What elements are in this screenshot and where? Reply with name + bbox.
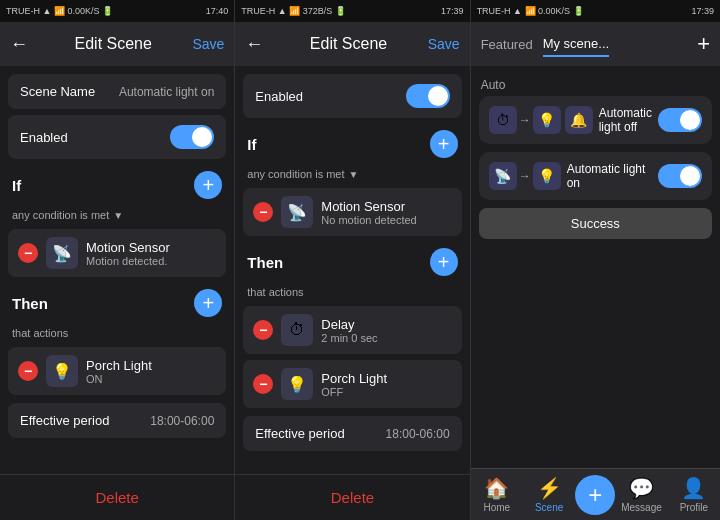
mid-back-button[interactable]: ← (245, 34, 269, 55)
left-motion-sensor-row: − 📡 Motion Sensor Motion detected. (8, 229, 226, 277)
mid-if-section: If + (243, 124, 461, 160)
mid-panel: TRUE-H ▲ 📶 372B/S 🔋 17:39 ← Edit Scene S… (235, 0, 470, 520)
left-status-left: TRUE-H ▲ 📶 0.00K/S 🔋 (6, 6, 113, 16)
left-then-sub: that actions (8, 325, 226, 341)
left-if-add-button[interactable]: + (194, 171, 222, 199)
mid-then-add-button[interactable]: + (430, 248, 458, 276)
right-add-button[interactable]: + (697, 31, 710, 57)
mid-motion-sensor-row: − 📡 Motion Sensor No motion detected (243, 188, 461, 236)
mid-porch-status: OFF (321, 386, 451, 398)
left-then-add-button[interactable]: + (194, 289, 222, 317)
scene2-trigger-icon: 📡 (489, 162, 517, 190)
scene1-action-icon: 💡 (533, 106, 561, 134)
left-then-section: Then + (8, 283, 226, 319)
mid-effective-label: Effective period (255, 426, 344, 441)
nav-scene-label: Scene (535, 502, 563, 513)
mid-delete-button[interactable]: Delete (235, 474, 469, 520)
scene-name-value: Automatic light on (119, 85, 214, 99)
scene1-arrow: → (519, 113, 531, 127)
tab-my-scenes[interactable]: My scene... (543, 32, 609, 57)
home-icon: 🏠 (484, 476, 509, 500)
nav-home[interactable]: 🏠 Home (471, 476, 523, 513)
nav-scene[interactable]: ⚡ Scene (523, 476, 575, 513)
mid-if-label: If (247, 136, 256, 153)
mid-motion-remove-button[interactable]: − (253, 202, 273, 222)
left-porch-icon: 💡 (46, 355, 78, 387)
mid-then-sub: that actions (243, 284, 461, 300)
tab-featured[interactable]: Featured (481, 33, 533, 56)
left-effective-label: Effective period (20, 413, 109, 428)
category-label: Auto (479, 74, 712, 96)
scene1-icon-chain: ⏱ → 💡 🔔 (489, 106, 593, 134)
mid-if-add-button[interactable]: + (430, 130, 458, 158)
scene-item-2[interactable]: 📡 → 💡 Automatic light on (479, 152, 712, 200)
left-motion-name: Motion Sensor (86, 240, 216, 255)
left-enabled-row: Enabled (8, 115, 226, 159)
left-status-time: 17:40 (206, 6, 229, 16)
mid-status-time: 17:39 (441, 6, 464, 16)
success-toast: Success (479, 208, 712, 239)
nav-message[interactable]: 💬 Message (615, 476, 667, 513)
scene1-name: Automatic light off (599, 106, 652, 134)
mid-delay-name: Delay (321, 317, 451, 332)
mid-effective-row[interactable]: Effective period 18:00-06:00 (243, 416, 461, 451)
mid-delay-icon: ⏱ (281, 314, 313, 346)
mid-effective-value: 18:00-06:00 (386, 427, 450, 441)
left-delete-button[interactable]: Delete (0, 474, 234, 520)
scene-item-1[interactable]: ⏱ → 💡 🔔 Automatic light off (479, 96, 712, 144)
scene1-trigger-icon: ⏱ (489, 106, 517, 134)
scene1-action2-icon: 🔔 (565, 106, 593, 134)
right-content-area: Auto ⏱ → 💡 🔔 Automatic light off 📡 → (471, 66, 720, 468)
left-if-section: If + (8, 165, 226, 201)
mid-then-label: Then (247, 254, 283, 271)
left-top-bar: ← Edit Scene Save (0, 22, 234, 66)
right-panel: TRUE-H ▲ 📶 0.00K/S 🔋 17:39 Featured My s… (471, 0, 720, 520)
scene2-toggle[interactable] (658, 164, 702, 188)
mid-enabled-label: Enabled (255, 89, 303, 104)
mid-title: Edit Scene (277, 35, 419, 53)
mid-porch-remove-button[interactable]: − (253, 374, 273, 394)
scene2-action-icon: 💡 (533, 162, 561, 190)
mid-delay-remove-button[interactable]: − (253, 320, 273, 340)
mid-status-left: TRUE-H ▲ 📶 372B/S 🔋 (241, 6, 345, 16)
nav-profile[interactable]: 👤 Profile (668, 476, 720, 513)
mid-enabled-toggle[interactable] (406, 84, 450, 108)
scene-icon: ⚡ (537, 476, 562, 500)
mid-delay-status: 2 min 0 sec (321, 332, 451, 344)
left-scroll-area: Scene Name Automatic light on Enabled If… (0, 66, 234, 474)
mid-if-sub: any condition is met ▼ (243, 166, 461, 182)
bottom-nav: 🏠 Home ⚡ Scene + 💬 Message 👤 Profile (471, 468, 720, 520)
scene2-arrow: → (519, 169, 531, 183)
left-back-button[interactable]: ← (10, 34, 34, 55)
mid-motion-icon: 📡 (281, 196, 313, 228)
mid-scroll-area: Enabled If + any condition is met ▼ − 📡 … (235, 66, 469, 474)
scene1-toggle[interactable] (658, 108, 702, 132)
left-save-button[interactable]: Save (192, 36, 224, 52)
scene2-icon-chain: 📡 → 💡 (489, 162, 561, 190)
mid-save-button[interactable]: Save (428, 36, 460, 52)
left-effective-row[interactable]: Effective period 18:00-06:00 (8, 403, 226, 438)
nav-add-button[interactable]: + (575, 475, 615, 515)
left-enabled-label: Enabled (20, 130, 68, 145)
message-icon: 💬 (629, 476, 654, 500)
left-then-label: Then (12, 295, 48, 312)
left-motion-remove-button[interactable]: − (18, 243, 38, 263)
right-status-left: TRUE-H ▲ 📶 0.00K/S 🔋 (477, 6, 584, 16)
left-if-chevron: ▼ (113, 210, 123, 221)
left-porch-remove-button[interactable]: − (18, 361, 38, 381)
mid-enabled-row: Enabled (243, 74, 461, 118)
mid-then-section: Then + (243, 242, 461, 278)
mid-top-bar: ← Edit Scene Save (235, 22, 469, 66)
left-motion-icon: 📡 (46, 237, 78, 269)
right-status-bar: TRUE-H ▲ 📶 0.00K/S 🔋 17:39 (471, 0, 720, 22)
profile-icon: 👤 (681, 476, 706, 500)
mid-status-bar: TRUE-H ▲ 📶 372B/S 🔋 17:39 (235, 0, 469, 22)
left-enabled-toggle[interactable] (170, 125, 214, 149)
left-effective-value: 18:00-06:00 (150, 414, 214, 428)
mid-motion-name: Motion Sensor (321, 199, 451, 214)
scene-name-row[interactable]: Scene Name Automatic light on (8, 74, 226, 109)
left-porch-light-row: − 💡 Porch Light ON (8, 347, 226, 395)
left-if-sub: any condition is met ▼ (8, 207, 226, 223)
mid-if-chevron: ▼ (349, 169, 359, 180)
scene2-name: Automatic light on (567, 162, 652, 190)
